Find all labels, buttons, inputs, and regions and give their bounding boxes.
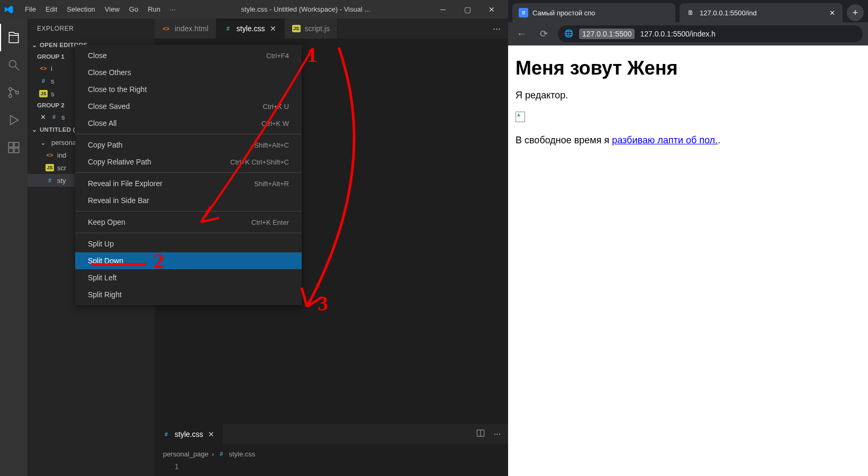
breadcrumb[interactable]: personal_page› #style.css [163,450,500,458]
page-link[interactable]: разбиваю лапти об пол. [612,135,718,145]
html-file-icon: <> [39,64,48,72]
context-menu-item[interactable]: Close SavedCtrl+K U [75,98,302,115]
context-menu-item[interactable]: Close to the Right [75,81,302,98]
svg-point-0 [9,60,16,67]
chevron-down-icon: ⌄ [31,126,38,133]
back-button[interactable]: ← [513,26,529,42]
context-menu-item[interactable]: Close Others [75,64,302,81]
svg-rect-4 [8,142,13,147]
css-file-icon: # [39,77,48,85]
activity-bar [0,19,28,476]
menu-go[interactable]: Go [124,3,143,15]
js-file-icon: JS [39,90,48,97]
activity-explorer[interactable] [0,24,28,51]
css-file-icon: # [162,430,170,438]
globe-icon: 🌐 [564,29,574,39]
context-menu-item[interactable]: Reveal in File ExplorerShift+Alt+R [75,175,302,192]
context-menu-item[interactable]: Keep OpenCtrl+K Enter [75,214,302,231]
chevron-down-icon: ⌄ [31,41,38,49]
menu-run[interactable]: Run [143,3,165,15]
tab-actions-more[interactable]: ··· [485,19,508,39]
reload-button[interactable]: ⟳ [536,26,551,42]
maximize-button[interactable]: ▢ [455,0,480,19]
page-heading: Меня зовут Женя [516,57,861,79]
menu-file[interactable]: File [20,3,41,15]
menu-selection[interactable]: Selection [62,3,100,15]
browser-tab[interactable]: 🗎 127.0.0.1:5500/ind ✕ [680,3,843,22]
html-file-icon: <> [46,151,54,159]
tab-context-menu: CloseCtrl+F4Close OthersClose to the Rig… [75,45,302,305]
menu-more[interactable]: ··· [165,3,180,15]
tab-script-js[interactable]: JSscript.js [285,19,338,39]
context-menu-item[interactable]: Split Up [75,235,302,252]
context-menu-item[interactable]: Close AllCtrl+K W [75,115,302,132]
tab-style-css-bottom[interactable]: #style.css✕ [155,424,223,444]
css-file-icon: # [217,450,225,458]
broken-image-icon [516,112,525,122]
css-file-icon: # [224,24,232,33]
svg-point-1 [9,88,12,90]
html-file-icon: <> [162,24,170,33]
chevron-down-icon: ⌄ [39,139,47,147]
menu-edit[interactable]: Edit [41,3,62,15]
url-path: 127.0.0.1:5500/index.h [640,30,715,38]
page-viewport: Меня зовут Женя Я редактор. В свободное … [508,45,868,476]
docs-favicon-icon: ≡ [519,8,528,17]
bottom-editor-tabs: #style.css✕ ··· [155,424,508,444]
activity-extensions[interactable] [0,134,28,161]
vscode-logo-icon [4,5,14,14]
activity-debug[interactable] [0,106,28,134]
titlebar: File Edit Selection View Go Run ··· styl… [0,0,508,19]
page-paragraph: В свободное время я разбиваю лапти об по… [516,135,861,146]
split-editor-icon[interactable] [476,428,485,440]
context-menu-item[interactable]: Reveal in Side Bar [75,192,302,209]
browser-tab-strip: ≡ Самый простой спо 🗎 127.0.0.1:5500/ind… [508,0,868,22]
url-host: 127.0.0.1:5500 [579,29,635,39]
more-actions-icon[interactable]: ··· [494,429,501,439]
address-bar[interactable]: 🌐 127.0.0.1:5500 127.0.0.1:5500/index.h [558,25,863,42]
close-icon[interactable]: ✕ [39,113,47,121]
activity-scm[interactable] [0,79,28,106]
context-menu-item[interactable]: Split Left [75,269,302,286]
context-menu-item[interactable]: Split Right [75,286,302,303]
close-icon[interactable]: ✕ [828,9,836,17]
tab-index-html[interactable]: <>index.html [155,19,216,39]
css-file-icon: # [46,176,54,185]
js-file-icon: JS [46,164,54,171]
close-icon[interactable]: ✕ [207,430,215,438]
svg-point-2 [9,95,12,97]
context-menu-item[interactable]: Split Down [75,252,302,269]
close-button[interactable]: ✕ [480,0,504,19]
window-controls: ─ ▢ ✕ [431,0,504,19]
page-paragraph: Я редактор. [516,90,861,101]
chevron-right-icon: › [212,450,214,458]
activity-search[interactable] [0,51,28,79]
js-file-icon: JS [292,25,301,32]
new-tab-button[interactable]: + [847,4,864,21]
browser-toolbar: ← ⟳ 🌐 127.0.0.1:5500 127.0.0.1:5500/inde… [508,22,868,45]
menubar: File Edit Selection View Go Run ··· [20,3,180,15]
split-editor-pane: #style.css✕ ··· personal_page› #style.cs… [155,424,508,476]
css-file-icon: # [50,113,58,121]
svg-rect-5 [14,142,19,147]
context-menu-item[interactable]: Copy PathShift+Alt+C [75,136,302,153]
context-menu-item[interactable]: CloseCtrl+F4 [75,47,302,64]
editor-tabs: <>index.html #style.css✕ JSscript.js ··· [155,19,508,39]
bottom-editor-body[interactable]: personal_page› #style.css 1 [155,444,508,476]
window-title: style.css - Untitled (Workspace) - Visua… [180,5,431,13]
tab-style-css[interactable]: #style.css✕ [216,19,285,39]
context-menu-item[interactable]: Copy Relative PathCtrl+K Ctrl+Shift+C [75,153,302,170]
page-favicon-icon: 🗎 [686,8,695,17]
browser-tab[interactable]: ≡ Самый простой спо [512,3,675,22]
svg-rect-7 [14,148,19,153]
close-icon[interactable]: ✕ [269,24,277,33]
minimize-button[interactable]: ─ [431,0,455,19]
menu-view[interactable]: View [100,3,124,15]
svg-rect-6 [8,148,13,153]
sidebar-title: EXPLORER [28,19,155,39]
browser-window: ≡ Самый простой спо 🗎 127.0.0.1:5500/ind… [508,0,868,476]
line-number: 1 [163,462,500,471]
